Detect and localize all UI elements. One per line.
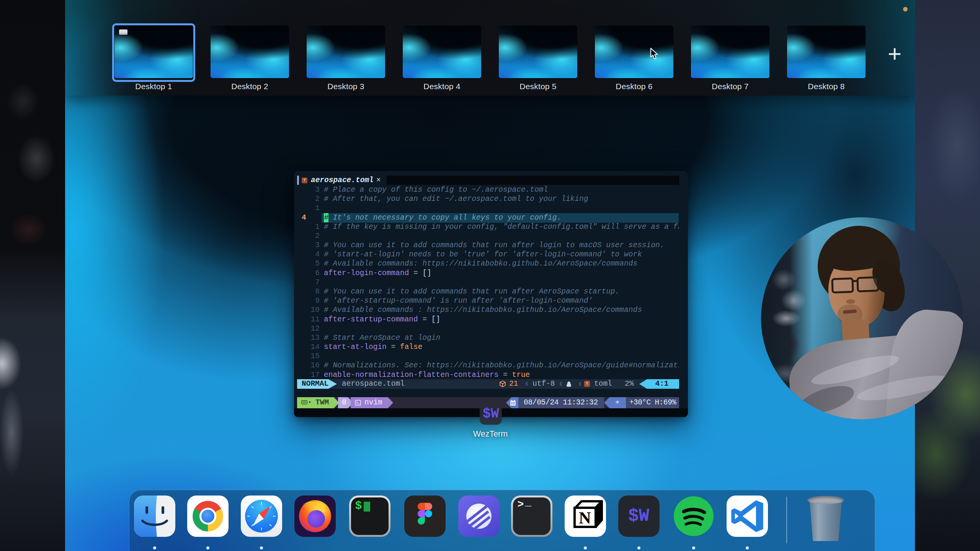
svg-text:N: N [579,509,591,527]
